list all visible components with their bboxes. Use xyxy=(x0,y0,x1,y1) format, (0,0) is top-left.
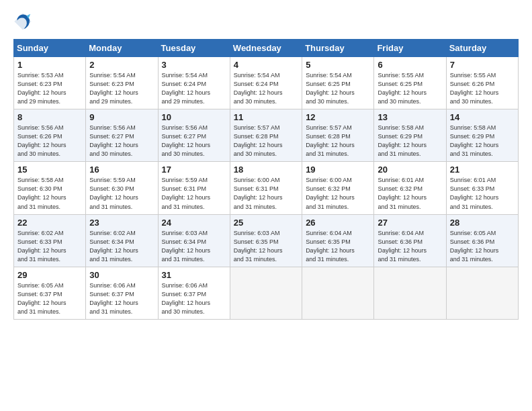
day-info: Sunrise: 5:57 AM Sunset: 6:28 PM Dayligh… xyxy=(234,124,299,158)
day-number: 29 xyxy=(17,270,83,280)
day-number: 15 xyxy=(17,165,83,175)
day-number: 26 xyxy=(306,218,371,228)
day-info: Sunrise: 5:53 AM Sunset: 6:23 PM Dayligh… xyxy=(17,71,83,106)
day-number: 17 xyxy=(162,165,227,175)
day-info: Sunrise: 6:06 AM Sunset: 6:37 PM Dayligh… xyxy=(89,281,154,316)
day-cell xyxy=(446,267,518,319)
day-cell: 21Sunrise: 6:01 AM Sunset: 6:33 PM Dayli… xyxy=(446,162,518,214)
day-cell: 2Sunrise: 5:54 AM Sunset: 6:23 PM Daylig… xyxy=(86,57,158,109)
day-number: 18 xyxy=(234,165,299,175)
weekday-header-row: SundayMondayTuesdayWednesdayThursdayFrid… xyxy=(14,40,519,57)
day-info: Sunrise: 6:04 AM Sunset: 6:35 PM Dayligh… xyxy=(306,229,371,264)
day-info: Sunrise: 5:59 AM Sunset: 6:30 PM Dayligh… xyxy=(89,176,154,211)
day-cell: 22Sunrise: 6:02 AM Sunset: 6:33 PM Dayli… xyxy=(14,214,86,267)
day-number: 6 xyxy=(378,60,443,70)
day-cell: 4Sunrise: 5:54 AM Sunset: 6:24 PM Daylig… xyxy=(230,57,302,109)
day-number: 28 xyxy=(450,218,515,228)
day-number: 5 xyxy=(306,60,371,70)
day-cell: 7Sunrise: 5:55 AM Sunset: 6:26 PM Daylig… xyxy=(446,57,518,109)
day-number: 4 xyxy=(234,60,299,70)
day-cell: 29Sunrise: 6:05 AM Sunset: 6:37 PM Dayli… xyxy=(14,267,86,319)
header xyxy=(13,12,519,31)
day-cell: 3Sunrise: 5:54 AM Sunset: 6:24 PM Daylig… xyxy=(158,57,230,109)
day-number: 21 xyxy=(450,165,515,175)
weekday-monday: Monday xyxy=(86,40,158,57)
day-cell: 23Sunrise: 6:02 AM Sunset: 6:34 PM Dayli… xyxy=(86,214,158,267)
day-info: Sunrise: 5:54 AM Sunset: 6:25 PM Dayligh… xyxy=(306,71,371,106)
day-number: 11 xyxy=(234,112,299,122)
day-number: 31 xyxy=(162,270,227,280)
logo xyxy=(13,12,34,31)
day-info: Sunrise: 5:55 AM Sunset: 6:25 PM Dayligh… xyxy=(378,71,443,106)
day-info: Sunrise: 6:00 AM Sunset: 6:31 PM Dayligh… xyxy=(234,176,299,211)
day-info: Sunrise: 6:01 AM Sunset: 6:33 PM Dayligh… xyxy=(450,176,515,211)
day-number: 3 xyxy=(162,60,227,70)
day-info: Sunrise: 5:54 AM Sunset: 6:24 PM Dayligh… xyxy=(162,71,227,106)
day-cell: 17Sunrise: 5:59 AM Sunset: 6:31 PM Dayli… xyxy=(158,162,230,214)
day-cell: 31Sunrise: 6:06 AM Sunset: 6:37 PM Dayli… xyxy=(158,267,230,319)
day-info: Sunrise: 6:02 AM Sunset: 6:34 PM Dayligh… xyxy=(89,229,154,264)
day-info: Sunrise: 5:59 AM Sunset: 6:31 PM Dayligh… xyxy=(162,176,227,211)
day-cell: 30Sunrise: 6:06 AM Sunset: 6:37 PM Dayli… xyxy=(86,267,158,319)
day-cell: 12Sunrise: 5:57 AM Sunset: 6:28 PM Dayli… xyxy=(302,109,374,162)
week-row-2: 8Sunrise: 5:56 AM Sunset: 6:26 PM Daylig… xyxy=(14,109,519,162)
day-info: Sunrise: 6:03 AM Sunset: 6:34 PM Dayligh… xyxy=(162,229,227,264)
week-row-4: 22Sunrise: 6:02 AM Sunset: 6:33 PM Dayli… xyxy=(14,214,519,267)
logo-icon xyxy=(13,12,32,31)
day-cell: 16Sunrise: 5:59 AM Sunset: 6:30 PM Dayli… xyxy=(86,162,158,214)
day-cell xyxy=(230,267,302,319)
day-number: 30 xyxy=(89,270,154,280)
day-info: Sunrise: 5:57 AM Sunset: 6:28 PM Dayligh… xyxy=(306,124,371,158)
day-number: 12 xyxy=(306,112,371,122)
day-info: Sunrise: 5:54 AM Sunset: 6:23 PM Dayligh… xyxy=(89,71,154,106)
day-info: Sunrise: 5:56 AM Sunset: 6:27 PM Dayligh… xyxy=(89,124,154,158)
week-row-3: 15Sunrise: 5:58 AM Sunset: 6:30 PM Dayli… xyxy=(14,162,519,214)
day-cell: 15Sunrise: 5:58 AM Sunset: 6:30 PM Dayli… xyxy=(14,162,86,214)
day-info: Sunrise: 5:56 AM Sunset: 6:26 PM Dayligh… xyxy=(17,124,83,158)
weekday-wednesday: Wednesday xyxy=(230,40,302,57)
day-number: 1 xyxy=(17,60,83,70)
day-cell: 13Sunrise: 5:58 AM Sunset: 6:29 PM Dayli… xyxy=(374,109,446,162)
day-info: Sunrise: 6:03 AM Sunset: 6:35 PM Dayligh… xyxy=(234,229,299,264)
day-cell: 10Sunrise: 5:56 AM Sunset: 6:27 PM Dayli… xyxy=(158,109,230,162)
day-cell: 18Sunrise: 6:00 AM Sunset: 6:31 PM Dayli… xyxy=(230,162,302,214)
day-number: 13 xyxy=(378,112,443,122)
day-info: Sunrise: 5:55 AM Sunset: 6:26 PM Dayligh… xyxy=(450,71,515,106)
day-info: Sunrise: 5:58 AM Sunset: 6:29 PM Dayligh… xyxy=(378,124,443,158)
day-cell: 28Sunrise: 6:05 AM Sunset: 6:36 PM Dayli… xyxy=(446,214,518,267)
weekday-tuesday: Tuesday xyxy=(158,40,230,57)
day-info: Sunrise: 6:05 AM Sunset: 6:37 PM Dayligh… xyxy=(17,281,83,316)
day-info: Sunrise: 6:05 AM Sunset: 6:36 PM Dayligh… xyxy=(450,229,515,264)
day-number: 22 xyxy=(17,218,83,228)
week-row-1: 1Sunrise: 5:53 AM Sunset: 6:23 PM Daylig… xyxy=(14,57,519,109)
day-number: 23 xyxy=(89,218,154,228)
day-info: Sunrise: 5:56 AM Sunset: 6:27 PM Dayligh… xyxy=(162,124,227,158)
day-cell xyxy=(374,267,446,319)
weekday-thursday: Thursday xyxy=(302,40,374,57)
day-number: 10 xyxy=(162,112,227,122)
day-cell: 8Sunrise: 5:56 AM Sunset: 6:26 PM Daylig… xyxy=(14,109,86,162)
day-info: Sunrise: 6:04 AM Sunset: 6:36 PM Dayligh… xyxy=(378,229,443,264)
day-cell: 19Sunrise: 6:00 AM Sunset: 6:32 PM Dayli… xyxy=(302,162,374,214)
weekday-sunday: Sunday xyxy=(14,40,86,57)
day-number: 16 xyxy=(89,165,154,175)
day-info: Sunrise: 6:01 AM Sunset: 6:32 PM Dayligh… xyxy=(378,176,443,211)
day-cell xyxy=(302,267,374,319)
day-info: Sunrise: 6:06 AM Sunset: 6:37 PM Dayligh… xyxy=(162,281,227,316)
day-cell: 27Sunrise: 6:04 AM Sunset: 6:36 PM Dayli… xyxy=(374,214,446,267)
day-cell: 26Sunrise: 6:04 AM Sunset: 6:35 PM Dayli… xyxy=(302,214,374,267)
page: SundayMondayTuesdayWednesdayThursdayFrid… xyxy=(0,0,532,326)
day-info: Sunrise: 6:02 AM Sunset: 6:33 PM Dayligh… xyxy=(17,229,83,264)
day-number: 14 xyxy=(450,112,515,122)
day-cell: 9Sunrise: 5:56 AM Sunset: 6:27 PM Daylig… xyxy=(86,109,158,162)
day-number: 24 xyxy=(162,218,227,228)
day-number: 8 xyxy=(17,112,83,122)
day-info: Sunrise: 5:58 AM Sunset: 6:30 PM Dayligh… xyxy=(17,176,83,211)
weekday-saturday: Saturday xyxy=(446,40,518,57)
day-number: 27 xyxy=(378,218,443,228)
day-cell: 25Sunrise: 6:03 AM Sunset: 6:35 PM Dayli… xyxy=(230,214,302,267)
day-info: Sunrise: 6:00 AM Sunset: 6:32 PM Dayligh… xyxy=(306,176,371,211)
day-info: Sunrise: 5:58 AM Sunset: 6:29 PM Dayligh… xyxy=(450,124,515,158)
day-cell: 1Sunrise: 5:53 AM Sunset: 6:23 PM Daylig… xyxy=(14,57,86,109)
week-row-5: 29Sunrise: 6:05 AM Sunset: 6:37 PM Dayli… xyxy=(14,267,519,319)
